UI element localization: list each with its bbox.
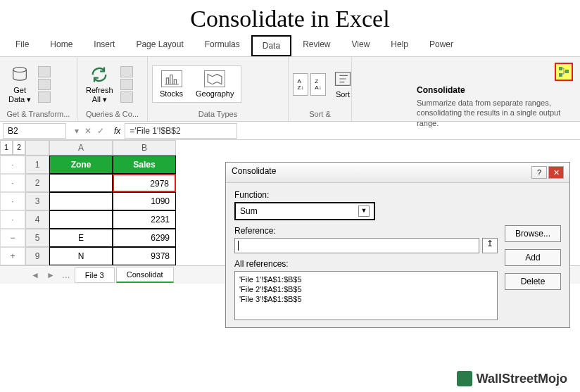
function-label: Function: (234, 190, 498, 200)
watermark: WallStreetMojo (457, 371, 567, 386)
cell[interactable]: E (49, 229, 113, 247)
group-label-data-types: Data Types (152, 108, 284, 118)
dialog-help-button[interactable]: ? (531, 166, 547, 179)
geography-icon (204, 70, 225, 87)
row-header[interactable]: 5 (25, 229, 49, 247)
outline-level-1[interactable]: 1 (0, 140, 13, 155)
geography-button[interactable]: Geography (196, 70, 234, 98)
delete-button[interactable]: Delete (505, 273, 561, 290)
select-all-corner[interactable] (25, 140, 49, 156)
tab-data[interactable]: Data (251, 35, 291, 56)
cell[interactable]: 2231 (113, 210, 176, 229)
consolidate-dialog: Consolidate ? ✕ Function: Sum ▼ Referenc… (225, 162, 570, 328)
svg-rect-4 (565, 70, 569, 73)
sort-asc-button[interactable]: AZ↓ (293, 73, 308, 96)
row-header[interactable]: 2 (25, 174, 49, 192)
tab-insert[interactable]: Insert (84, 35, 125, 56)
tab-power[interactable]: Power (420, 35, 463, 56)
stocks-icon (161, 70, 182, 87)
tab-help[interactable]: Help (381, 35, 418, 56)
outline-mark: · (0, 210, 25, 229)
row-header[interactable]: 3 (25, 192, 49, 210)
dialog-titlebar[interactable]: Consolidate ? ✕ (226, 163, 569, 183)
cancel-icon[interactable]: ✕ (84, 126, 92, 136)
function-value: Sum (240, 206, 258, 216)
cell[interactable] (49, 192, 113, 210)
refresh-icon (89, 65, 109, 84)
tab-view[interactable]: View (342, 35, 380, 56)
col-header-a[interactable]: A (49, 140, 113, 156)
col-header-b[interactable]: B (113, 140, 176, 156)
cell[interactable] (49, 210, 113, 229)
sheet-tab-consolidate[interactable]: Consolidat (116, 267, 174, 283)
reference-label: Reference: (234, 226, 498, 236)
sheet-nav-prev[interactable]: ◄ (28, 270, 42, 280)
spreadsheet-grid[interactable]: A B 1ZoneSales2297831090422315E62999N937… (25, 140, 176, 265)
all-references-list[interactable]: 'File 1'!$A$1:$B$5 'File 2'!$A$1:$B$5 'F… (234, 271, 498, 320)
cell[interactable]: 9378 (113, 247, 176, 265)
get-data-small-buttons[interactable] (38, 66, 51, 103)
row-header[interactable]: 4 (25, 210, 49, 229)
get-data-button[interactable]: Get Data ▾ (4, 63, 35, 104)
sheet-nav-next[interactable]: ► (44, 270, 58, 280)
group-label-queries: Queries & Co... (82, 108, 143, 118)
stocks-button[interactable]: Stocks (160, 70, 183, 98)
fx-label[interactable]: fx (110, 126, 125, 136)
outline-collapse[interactable]: − (0, 229, 25, 247)
reference-item[interactable]: 'File 2'!$A$1:$B$5 (239, 284, 493, 294)
dialog-title: Consolidate (232, 166, 276, 179)
tab-page-layout[interactable]: Page Layout (126, 35, 193, 56)
add-button[interactable]: Add (505, 249, 561, 266)
cell[interactable]: 2978 (113, 174, 176, 192)
cell[interactable]: N (49, 247, 113, 265)
consolidate-tooltip: Consolidate Summarize data from separate… (412, 82, 574, 131)
dialog-close-button[interactable]: ✕ (548, 166, 564, 179)
confirm-icon[interactable]: ✓ (97, 126, 104, 136)
ribbon: Get Data ▾ Get & Transform... Refresh Al… (0, 57, 580, 122)
function-select[interactable]: Sum ▼ (234, 202, 375, 220)
refresh-all-button[interactable]: Refresh All ▾ (82, 63, 118, 104)
page-title: Consolidate in Excel (0, 0, 580, 35)
row-header[interactable]: 9 (25, 247, 49, 265)
sheet-nav-more[interactable]: … (59, 270, 73, 280)
svg-rect-2 (559, 67, 562, 70)
sort-desc-button[interactable]: ZA↓ (310, 73, 326, 96)
chevron-down-icon: ▼ (358, 206, 370, 217)
outline-column: 1 2 · · · · − + (0, 140, 25, 265)
reference-input[interactable] (234, 238, 479, 253)
group-label-get-transform: Get & Transform... (4, 108, 72, 118)
outline-level-2[interactable]: 2 (13, 140, 25, 155)
cell[interactable]: 1090 (113, 192, 176, 210)
outline-mark: · (0, 192, 25, 210)
tooltip-title: Consolidate (417, 85, 570, 95)
tab-home[interactable]: Home (40, 35, 82, 56)
queries-small-buttons[interactable] (120, 66, 133, 103)
reference-item[interactable]: 'File 3'!$A$1:$B$5 (239, 294, 493, 304)
formula-input[interactable]: ='File 1'!$B$2 (125, 123, 237, 139)
dropdown-icon[interactable]: ▾ (75, 126, 79, 136)
cell[interactable]: Sales (113, 156, 176, 174)
cell[interactable]: 6299 (113, 229, 176, 247)
browse-button[interactable]: Browse... (505, 225, 561, 242)
svg-rect-3 (559, 73, 562, 77)
data-types-box: Stocks Geography (152, 65, 241, 103)
tab-file[interactable]: File (6, 35, 39, 56)
outline-mark: · (0, 174, 25, 192)
reference-item[interactable]: 'File 1'!$A$1:$B$5 (239, 274, 493, 284)
outline-mark: · (0, 156, 25, 174)
name-box[interactable]: B2 (3, 123, 66, 139)
cell[interactable]: Zone (49, 156, 113, 174)
tab-review[interactable]: Review (293, 35, 340, 56)
sheet-tab-file3[interactable]: File 3 (75, 267, 115, 283)
consolidate-button[interactable] (555, 63, 573, 81)
row-header[interactable]: 1 (25, 156, 49, 174)
tooltip-body: Summarize data from separate ranges, con… (417, 98, 570, 128)
sort-icon (333, 69, 353, 89)
wallstreetmojo-icon (457, 371, 472, 386)
all-references-label: All references: (234, 259, 498, 269)
outline-expand[interactable]: + (0, 247, 25, 265)
cell[interactable] (49, 174, 113, 192)
svg-point-0 (13, 68, 27, 72)
range-picker-button[interactable]: ↥ (482, 238, 498, 253)
tab-formulas[interactable]: Formulas (195, 35, 250, 56)
